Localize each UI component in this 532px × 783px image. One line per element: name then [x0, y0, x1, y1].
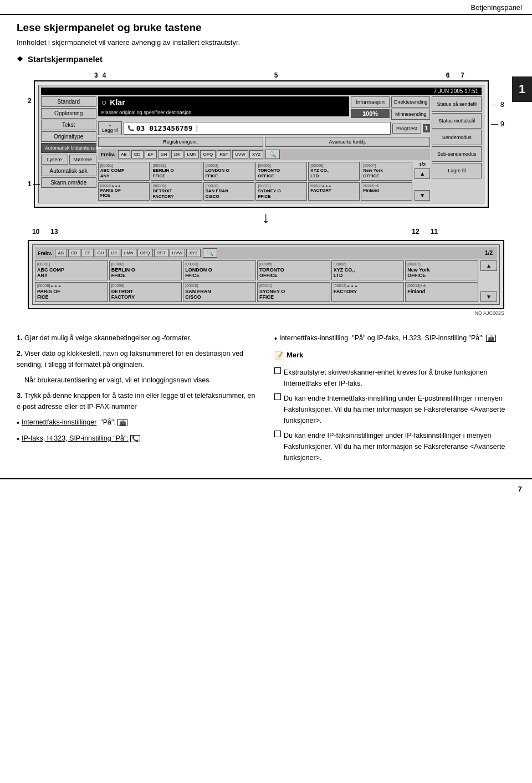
- key-opq[interactable]: OPQ: [200, 150, 216, 158]
- dial-11[interactable]: [00011]SYDNEY OFFICE: [255, 182, 307, 201]
- callout-2-text: Viser dato og klokkeslett, navn og faksn…: [17, 350, 243, 369]
- key-ab[interactable]: AB: [118, 150, 130, 158]
- btn-standard[interactable]: Standard: [41, 96, 96, 107]
- bullet-2-text: IP-faks, H.323, SIP-innstilling "På": 📞: [22, 433, 140, 444]
- page-num-display: 1: [423, 124, 431, 132]
- btn-status-send[interactable]: Status på sendefil: [432, 96, 482, 112]
- btn-status-recv[interactable]: Status mottaksfil: [432, 113, 482, 129]
- panel-inner: 7 JUN 2005 17:51 Standard Oppløsning Tek…: [38, 85, 484, 203]
- p2-dial-3[interactable]: [00003]LONDON OFFICE: [183, 260, 256, 280]
- dial-14[interactable]: [00014]+⊕Finland: [361, 182, 412, 201]
- dial-6[interactable]: [00006]XYZ CO.,LTD: [308, 162, 360, 181]
- key-ef[interactable]: EF: [145, 150, 157, 158]
- p2-btn-down[interactable]: ▼: [480, 291, 497, 302]
- p2-key-ef[interactable]: EF: [81, 249, 94, 257]
- key-lmn[interactable]: LMN: [185, 150, 200, 158]
- p2-key-rst[interactable]: RST: [154, 249, 168, 257]
- btn-adv[interactable]: Avanserte funkfj.: [265, 137, 430, 147]
- p2-dial-2[interactable]: [00002]BERLIN OFFICE: [109, 260, 182, 280]
- chapter-badge: 1: [512, 76, 532, 102]
- dial-7[interactable]: [00007]New YorkOFFICE: [361, 162, 412, 181]
- btn-save-file[interactable]: Lagre fil: [432, 163, 482, 178]
- arrow-down: ↓: [28, 210, 504, 226]
- p2-btn-up[interactable]: ▲: [480, 260, 497, 271]
- key-rst[interactable]: RST: [217, 150, 231, 158]
- p2-dial-5[interactable]: [00005]TORONTOOFFICE: [257, 260, 330, 280]
- p2-key-opq[interactable]: OPQ: [137, 249, 153, 257]
- key-uvw[interactable]: UVW: [232, 150, 248, 158]
- btn-up[interactable]: ▲: [415, 168, 430, 179]
- dial-3[interactable]: [00003]LONDON OFFICE: [203, 162, 255, 181]
- dial-9[interactable]: [00009]DETROITFACTORY: [151, 182, 202, 201]
- diagram-area: 3 4 5 6 7 2 7: [17, 71, 515, 316]
- reg-row: Registreringsnr. Avanserte funkfj.: [98, 137, 430, 147]
- p2-dial-14[interactable]: [00014]+⊕Finland: [405, 282, 478, 302]
- p2-dial-7[interactable]: [00007]New YorkOFFICE: [405, 260, 478, 280]
- search-icon[interactable]: 🔍: [265, 150, 280, 159]
- p2-key-cd[interactable]: CD: [68, 249, 80, 257]
- btn-reg[interactable]: Registreringsnr.: [98, 137, 263, 147]
- bottom-labels: 10 13 12 11: [28, 228, 504, 237]
- p2-dial-11[interactable]: [00011]SYDNEY OFFICE: [257, 282, 330, 302]
- key-xyz[interactable]: XYZ: [249, 150, 264, 158]
- btn-memory[interactable]: Minnesending: [391, 109, 430, 120]
- btn-auto-intensity[interactable]: Automatisk bildeintensitet: [41, 143, 96, 153]
- merk-item-1-text: Ekstrautstyret skriver/skanner-enhet kre…: [284, 367, 515, 389]
- p2-key-uvw[interactable]: UVW: [170, 249, 186, 257]
- ref-12: 12: [412, 228, 419, 236]
- p2-key-xyz[interactable]: XYZ: [186, 249, 201, 257]
- btn-lysere[interactable]: Lysere: [41, 155, 68, 165]
- dial-5[interactable]: [00005]TORONTOOFFICE: [255, 162, 307, 181]
- ref-11: 11: [431, 228, 438, 236]
- merk-header: 📝 Merk: [274, 350, 515, 362]
- btn-send-mode[interactable]: Sendemodus: [432, 130, 482, 145]
- key-cd[interactable]: CD: [131, 150, 144, 158]
- dial-1[interactable]: [00001]ABC COMPANY: [98, 162, 150, 181]
- btn-morkere[interactable]: Mørkere: [69, 155, 96, 165]
- key-gh[interactable]: GH: [158, 150, 170, 158]
- btn-legg-til[interactable]: » Legg til: [98, 121, 122, 135]
- btn-tekst[interactable]: Tekst: [41, 120, 96, 130]
- dial-13[interactable]: [00013]▲▲▲FACTORY: [308, 182, 360, 201]
- btn-opplosning[interactable]: Oppløsning: [41, 108, 96, 119]
- btn-info[interactable]: Informasjon: [351, 96, 390, 108]
- panel-main-row: Standard Oppløsning Tekst Originaltype A…: [41, 96, 482, 201]
- dial-8[interactable]: [00008]▲▲▲PARIS OFFICE: [98, 182, 150, 201]
- dial-2[interactable]: [00002]BERLIN OFFICE: [151, 162, 202, 181]
- speed-dial-row-1: [00001]ABC COMPANY [00002]BERLIN OFFICE …: [98, 162, 430, 181]
- header-title: Betjeningspanel: [470, 3, 522, 12]
- btn-skann[interactable]: Skann.område: [41, 177, 96, 188]
- p2-search-icon[interactable]: 🔍: [203, 248, 217, 258]
- dial-10[interactable]: [00010]SAN FRANCISCO: [203, 182, 255, 201]
- p2-dial-6[interactable]: [00006]XYZ CO.,LTD: [331, 260, 405, 280]
- ref-2: 2: [28, 97, 32, 105]
- p2-dial-10[interactable]: [00010]SAN FRANCISCO: [183, 282, 256, 302]
- p2-page-nav-down: ▼: [480, 282, 497, 302]
- p2-dial-9[interactable]: [00009]DETROITFACTORY: [109, 282, 182, 302]
- chapter-number: 1: [519, 82, 525, 96]
- key-ijk[interactable]: IJK: [171, 150, 183, 158]
- p2-key-ab[interactable]: AB: [55, 249, 67, 257]
- right-buttons-col: Status på sendefil Status mottaksfil Sen…: [432, 96, 482, 201]
- p2-dial-8[interactable]: [00008]▲▲▲PARIS OFFICE: [35, 282, 108, 302]
- ref-9: — 9: [491, 120, 504, 128]
- merk-item-2-text: Du kan endre Internettfaks-innstilling u…: [284, 393, 515, 426]
- page-number: 7: [518, 485, 522, 493]
- btn-originaltype[interactable]: Originaltype: [41, 131, 96, 142]
- section-title: Startskjermpanelet: [28, 54, 103, 64]
- btn-sub-mode[interactable]: Sub-sendemodus: [432, 146, 482, 162]
- page-subtitle: Innholdet i skjermpanelet vil variere av…: [17, 38, 515, 47]
- btn-progdest[interactable]: ProgDest: [392, 124, 421, 134]
- merk-icon: 📝: [274, 350, 283, 362]
- icon-fax2: 📠: [486, 335, 496, 342]
- btn-down[interactable]: ▼: [415, 190, 430, 201]
- p2-key-gh[interactable]: GH: [95, 249, 107, 257]
- p2-dial-13[interactable]: [00013]▲▲▲FACTORY: [331, 282, 405, 302]
- p2-key-ijk[interactable]: IJK: [108, 249, 120, 257]
- p2-key-lmn[interactable]: LMN: [121, 249, 136, 257]
- p2-dial-1[interactable]: [00001]ABC COMPANY: [35, 260, 108, 280]
- percent-display: 100%: [351, 109, 390, 118]
- bullet-2: IP-faks, H.323, SIP-innstilling "På": 📞: [17, 433, 258, 445]
- btn-auto-sok[interactable]: Automatisk søk: [41, 166, 96, 176]
- btn-direct[interactable]: Direktesending: [391, 96, 430, 108]
